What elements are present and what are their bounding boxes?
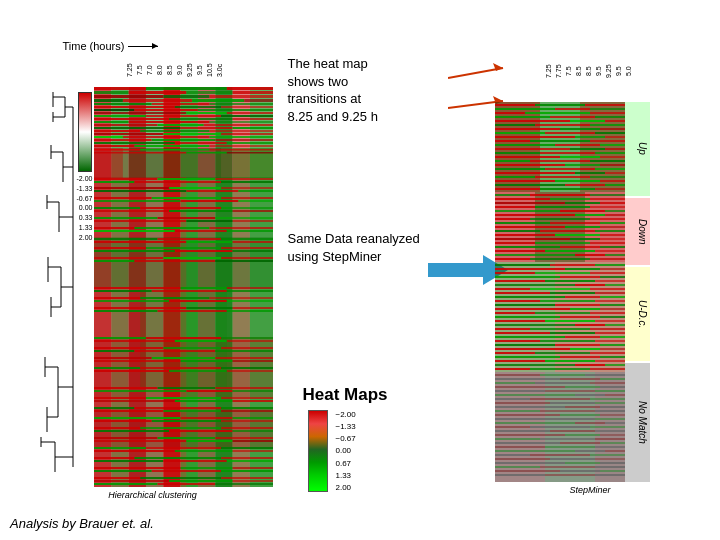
svg-rect-160 [232, 241, 272, 243]
svg-rect-170 [94, 260, 134, 262]
svg-rect-206 [94, 360, 181, 362]
svg-rect-62 [221, 106, 273, 108]
svg-rect-318 [600, 144, 625, 146]
svg-rect-459 [495, 332, 550, 334]
svg-rect-337 [495, 172, 575, 174]
svg-rect-515 [550, 402, 595, 404]
svg-rect-523 [495, 414, 560, 416]
svg-rect-260 [94, 460, 163, 462]
svg-rect-333 [600, 164, 625, 166]
svg-rect-231 [163, 410, 221, 412]
svg-rect-243 [169, 430, 233, 432]
svg-rect-119 [94, 178, 158, 180]
svg-rect-420 [495, 280, 545, 282]
svg-rect-507 [595, 390, 625, 392]
svg-rect-138 [140, 207, 221, 209]
svg-rect-505 [495, 390, 545, 392]
svg-rect-346 [495, 184, 565, 186]
svg-rect-375 [495, 222, 550, 224]
svg-rect-377 [600, 222, 625, 224]
svg-rect-366 [495, 210, 560, 212]
svg-rect-277 [215, 483, 273, 485]
svg-rect-385 [555, 234, 600, 236]
svg-rect-253 [221, 447, 273, 449]
svg-rect-548 [545, 446, 595, 448]
svg-rect-142 [232, 210, 272, 212]
svg-rect-527 [545, 418, 595, 420]
svg-rect-493 [495, 374, 540, 376]
svg-rect-409 [550, 264, 595, 266]
svg-rect-298 [495, 120, 570, 122]
svg-rect-157 [221, 238, 273, 240]
svg-rect-504 [600, 386, 625, 388]
svg-rect-500 [535, 382, 590, 384]
right-heatmap-inner: Up Down U-D.c. No Match [495, 102, 685, 482]
svg-rect-508 [495, 394, 575, 396]
svg-rect-51 [209, 95, 273, 98]
svg-rect-362 [600, 202, 625, 204]
svg-rect-312 [605, 136, 625, 138]
svg-rect-368 [605, 210, 625, 212]
legend-val-0: −2.00 [336, 410, 356, 419]
svg-rect-549 [595, 446, 625, 448]
svg-rect-348 [605, 184, 625, 186]
svg-rect-188 [94, 310, 158, 312]
svg-rect-450 [495, 320, 545, 322]
svg-rect-134 [94, 200, 181, 202]
svg-rect-129 [186, 190, 238, 192]
svg-rect-530 [575, 422, 605, 424]
svg-rect-457 [530, 328, 590, 330]
svg-rect-388 [570, 238, 600, 240]
time-arrow-icon [128, 46, 158, 47]
left-heatmap-label: Hierarchical clustering [63, 490, 243, 500]
svg-rect-467 [595, 340, 625, 342]
svg-rect-108 [140, 149, 209, 151]
svg-rect-45 [94, 91, 129, 94]
svg-rect-99 [226, 142, 272, 144]
svg-rect-54 [192, 99, 244, 102]
svg-rect-47 [186, 91, 232, 94]
svg-rect-159 [186, 241, 232, 243]
svg-rect-481 [545, 360, 595, 362]
svg-rect-153 [174, 230, 226, 232]
svg-rect-356 [590, 194, 625, 196]
svg-rect-218 [94, 390, 186, 392]
svg-rect-265 [232, 467, 272, 469]
svg-rect-474 [495, 352, 535, 354]
svg-rect-112 [226, 152, 272, 154]
svg-rect-185 [94, 307, 186, 309]
svg-rect-242 [94, 430, 169, 432]
svg-rect-364 [535, 206, 590, 208]
svg-rect-444 [495, 312, 535, 314]
svg-rect-273 [169, 480, 233, 482]
time-axis-label: Time (hours) [63, 40, 159, 52]
legend-val-5: 1.33 [336, 471, 356, 480]
svg-rect-215 [94, 387, 158, 389]
svg-rect-145 [215, 217, 273, 219]
svg-rect-79 [157, 124, 203, 126]
svg-rect-344 [555, 180, 600, 182]
svg-rect-443 [600, 308, 625, 310]
svg-rect-168 [163, 257, 221, 259]
svg-rect-80 [203, 124, 272, 126]
right-col-header-3: 8.5 [575, 40, 585, 102]
svg-rect-130 [238, 190, 273, 192]
col-header-9: 3.0c [216, 54, 226, 87]
svg-rect-422 [595, 280, 625, 282]
svg-rect-544 [495, 442, 560, 444]
svg-rect-67 [186, 112, 226, 114]
svg-rect-536 [550, 430, 595, 432]
svg-rect-226 [232, 400, 272, 402]
svg-rect-319 [495, 148, 570, 150]
svg-rect-513 [590, 398, 625, 400]
svg-rect-200 [94, 350, 134, 352]
left-heatmap-inner: -2.00 -1.33 -0.67 0.00 0.33 1.33 2.00 [33, 87, 273, 487]
svg-rect-300 [605, 120, 625, 122]
svg-rect-120 [157, 178, 215, 180]
svg-rect-445 [535, 312, 590, 314]
svg-rect-123 [134, 181, 221, 183]
svg-rect-334 [495, 168, 545, 170]
svg-rect-64 [134, 109, 198, 111]
svg-rect-518 [565, 406, 600, 408]
svg-rect-87 [94, 133, 163, 135]
